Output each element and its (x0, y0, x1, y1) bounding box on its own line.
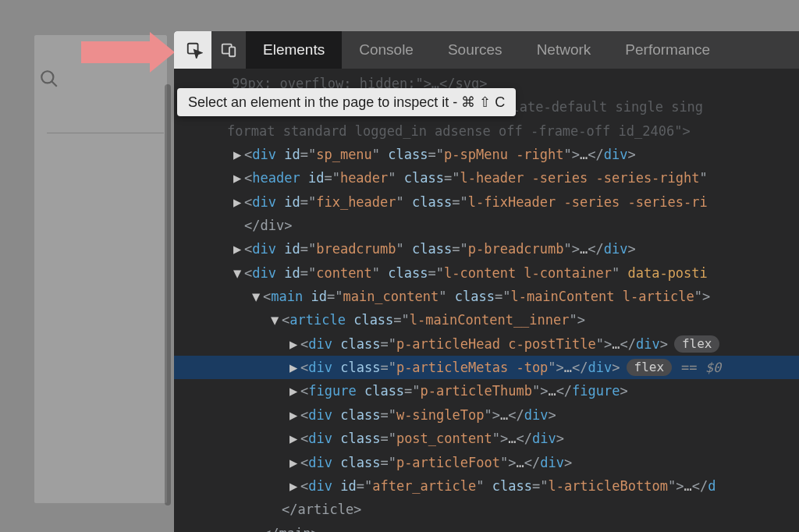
dom-line[interactable]: </div> (174, 214, 799, 237)
tab-network[interactable]: Network (520, 31, 609, 69)
flex-badge[interactable]: flex (627, 359, 673, 376)
selected-node-ref: == $0 (681, 360, 721, 375)
dom-line[interactable]: ▶<div class="p-articleFoot">…</div> (174, 451, 799, 474)
dom-line[interactable]: ▶<div class="p-articleHead c-postTitle">… (174, 332, 799, 356)
flex-badge[interactable]: flex (674, 335, 720, 353)
tab-sources[interactable]: Sources (431, 31, 520, 69)
elements-tree[interactable]: 99px; overflow: hidden;">…</svg> ▼<div i… (174, 69, 799, 532)
dom-line[interactable]: ▶<div class="w-singleTop">…</div> (174, 403, 799, 427)
dom-line[interactable]: ▼<div id="content" class="l-content l-co… (174, 261, 799, 285)
tab-console[interactable]: Console (342, 31, 431, 69)
dom-line[interactable]: ▼<main id="main_content" class="l-mainCo… (174, 285, 799, 308)
dom-line[interactable]: ▶<div id="after_article" class="l-articl… (174, 474, 799, 498)
dom-line[interactable]: ▼<article class="l-mainContent__inner"> (174, 308, 799, 332)
inspect-tooltip: Select an element in the page to inspect… (177, 88, 516, 116)
page-divider (47, 133, 164, 133)
dom-line[interactable]: ▶<div id="breadcrumb" class="p-breadcrum… (174, 237, 799, 261)
svg-line-1 (51, 81, 57, 87)
dom-line[interactable]: format standard logged_in adsense off -f… (174, 119, 799, 143)
dom-line[interactable]: ▶<div id="sp_menu" class="p-spMenu -righ… (174, 143, 799, 166)
dom-line[interactable]: </article> (174, 498, 799, 521)
search-icon (39, 69, 59, 89)
dom-line[interactable]: ▶<figure class="p-articleThumb">…</figur… (174, 379, 799, 403)
dom-line[interactable]: ▶<div class="post_content">…</div> (174, 427, 799, 450)
dom-line[interactable]: ▶<header id="header" class="l-header -se… (174, 166, 799, 190)
underlying-page (34, 35, 167, 503)
tab-elements[interactable]: Elements (246, 31, 342, 69)
svg-point-0 (41, 71, 53, 83)
devtools-scrollbar[interactable] (165, 84, 171, 505)
dom-line-selected[interactable]: ▶<div class="p-articleMetas -top">…</div… (174, 356, 799, 379)
inspect-element-button[interactable] (177, 31, 211, 69)
device-toolbar-button[interactable] (211, 31, 246, 69)
svg-rect-4 (229, 47, 235, 56)
tab-performance[interactable]: Performance (608, 31, 727, 69)
devtools-tabbar: Elements Console Sources Network Perform… (174, 31, 799, 69)
dom-line[interactable]: </main> (174, 522, 799, 532)
dom-line[interactable]: ▶<div id="fix_header" class="l-fixHeader… (174, 190, 799, 214)
